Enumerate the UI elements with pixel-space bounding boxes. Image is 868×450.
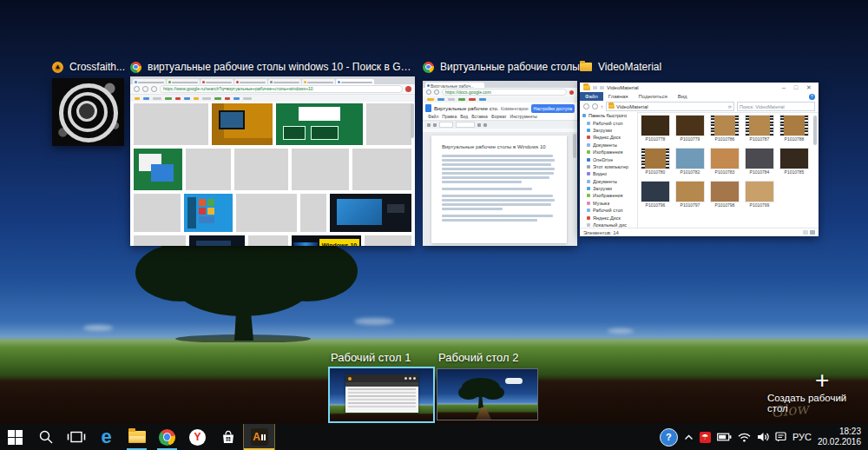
file-item: P1010787 bbox=[745, 116, 774, 142]
nav-pane-item: Этот компьютер bbox=[580, 163, 637, 170]
help-tray-icon[interactable]: ? bbox=[660, 428, 678, 447]
task-view-button[interactable] bbox=[61, 424, 91, 450]
address-bar: https://docs.google.com bbox=[442, 89, 567, 96]
file-item: P1010785 bbox=[779, 149, 809, 175]
chrome-icon bbox=[130, 62, 141, 73]
windows-logo-icon bbox=[8, 430, 23, 445]
file-item: P1010783 bbox=[710, 149, 740, 175]
file-item: P1010786 bbox=[710, 116, 740, 142]
search-button[interactable] bbox=[30, 424, 61, 450]
task-thumbnail-title-google: виртуальные рабочие столы windows 10 - П… bbox=[130, 61, 417, 73]
file-explorer-button[interactable] bbox=[122, 424, 152, 450]
address-bar: https://www.google.ru/search?q=виртуальн… bbox=[160, 85, 403, 93]
task-thumbnail-title-explorer: VideoMaterial bbox=[580, 61, 661, 73]
aimp-button[interactable]: A bbox=[243, 424, 275, 450]
ribbon-tab-file: Файл bbox=[580, 92, 603, 101]
album-art-ring bbox=[76, 101, 97, 122]
new-desktop-button[interactable]: Создать рабочий стол bbox=[767, 393, 868, 414]
task-view-icon bbox=[67, 430, 86, 444]
task-thumbnail-google[interactable]: https://www.google.ru/search?q=виртуальн… bbox=[130, 76, 415, 246]
nav-pane-item: Документы bbox=[580, 178, 637, 185]
explorer-nav-pane: Панель быстрого Рабочий стол Загрузки Ян… bbox=[580, 112, 638, 228]
nav-pane-item: Загрузки bbox=[580, 127, 637, 134]
volume-icon[interactable] bbox=[757, 432, 769, 442]
chrome-icon bbox=[423, 62, 434, 73]
task-thumbnail-title-docs: Виртуальные рабочие столы... bbox=[423, 61, 589, 73]
clock[interactable]: 18:23 20.02.2016 bbox=[818, 427, 861, 447]
task-thumbnail-explorer[interactable]: VideoMaterial – □ ✕ Файл Главная Поделит… bbox=[580, 83, 819, 236]
task-thumbnail-title-aimp: ▲ Crossfaith... bbox=[52, 61, 125, 73]
new-desktop-plus-icon[interactable]: + bbox=[815, 368, 829, 393]
window-title: Crossfaith... bbox=[69, 61, 125, 73]
aimp-icon: A bbox=[251, 428, 268, 446]
explorer-file-grid: P1010778 P1010779 P1010786 P1010787 P101… bbox=[641, 116, 814, 228]
file-item: P1010797 bbox=[675, 182, 705, 208]
google-images-results: Windows 10 bbox=[130, 102, 415, 246]
profile-icon bbox=[405, 86, 411, 92]
mini-cloud bbox=[505, 378, 523, 384]
explorer-addressbar: ↑ VideoMaterial ⟳ Поиск: VideoMaterial bbox=[580, 101, 819, 113]
nav-pane-item: Изображения bbox=[580, 149, 637, 156]
file-explorer-icon bbox=[128, 431, 146, 443]
folder-icon bbox=[583, 85, 590, 90]
yandex-icon: Y bbox=[189, 429, 206, 446]
language-indicator[interactable]: РУС bbox=[792, 432, 812, 442]
start-button[interactable] bbox=[0, 424, 30, 450]
nav-pane-item: OneDrive bbox=[580, 156, 637, 162]
explorer-statusbar: Элементов: 14 bbox=[580, 228, 819, 236]
doc-heading: Виртуальные рабочие столы в Windows 10 bbox=[442, 144, 556, 149]
file-item: P1010799 bbox=[745, 182, 774, 208]
nav-pane-item: Рабочий стол bbox=[580, 207, 637, 214]
share-button: Настройки доступа bbox=[531, 104, 575, 113]
store-icon bbox=[220, 429, 236, 445]
nav-pane-item: Музыка bbox=[580, 200, 637, 207]
action-center-icon[interactable] bbox=[775, 432, 786, 442]
wifi-icon[interactable] bbox=[738, 433, 751, 442]
show-hidden-icons-chevron[interactable] bbox=[684, 433, 694, 441]
explorer-search-input: Поиск: VideoMaterial bbox=[740, 104, 785, 109]
clock-date: 20.02.2016 bbox=[818, 437, 861, 447]
desktop1-aimp-window bbox=[345, 374, 418, 413]
docs-page-area: Виртуальные рабочие столы в Windows 10 bbox=[423, 132, 577, 246]
file-item: P1010782 bbox=[675, 149, 705, 175]
yandex-button[interactable]: Y bbox=[182, 424, 213, 450]
file-item: P1010784 bbox=[745, 149, 774, 175]
chrome-button[interactable] bbox=[152, 424, 182, 450]
desktop2-label: Рабочий стол 2 bbox=[438, 351, 518, 364]
comments-button: Комментарии bbox=[501, 106, 529, 111]
edge-icon: e bbox=[101, 428, 111, 446]
nav-pane-item: Яндекс.Диск bbox=[580, 134, 637, 141]
docs-header: Виртуальные рабочие сто... Комментарии Н… bbox=[423, 103, 577, 114]
explorer-titlebar: VideoMaterial – □ ✕ bbox=[580, 83, 819, 92]
aimp-icon: ▲ bbox=[52, 62, 63, 73]
explorer-title: VideoMaterial bbox=[607, 85, 639, 90]
mini-tree bbox=[457, 376, 505, 409]
doc-title: Виртуальные рабочие сто... bbox=[434, 106, 498, 111]
ribbon-tab-view: Вид bbox=[673, 94, 693, 99]
nav-pane-item: Панель быстрого bbox=[580, 112, 637, 119]
docs-doc-icon bbox=[425, 104, 431, 112]
task-thumbnail-aimp[interactable] bbox=[52, 78, 124, 146]
task-thumbnail-docs[interactable]: Виртуальные рабоч... https://docs.google… bbox=[423, 81, 577, 246]
search-icon bbox=[38, 429, 54, 445]
file-item: P1010796 bbox=[641, 182, 670, 208]
window-controls: – □ ✕ bbox=[782, 84, 815, 91]
desktop1-thumbnail[interactable] bbox=[328, 367, 435, 423]
ribbon-help-icon: ? bbox=[809, 94, 815, 100]
window-title: виртуальные рабочие столы windows 10 - П… bbox=[148, 61, 417, 73]
browser-toolbar: https://www.google.ru/search?q=виртуальн… bbox=[130, 84, 415, 95]
desktop2-thumbnail[interactable] bbox=[437, 368, 538, 420]
battery-icon[interactable] bbox=[717, 433, 732, 441]
store-button[interactable] bbox=[213, 424, 243, 450]
nav-pane-item: Документы bbox=[580, 142, 637, 149]
nav-pane-item: Загрузки bbox=[580, 185, 637, 192]
docs-menubar: ФайлПравкаВид ВставкаФорматИнструменты bbox=[423, 114, 577, 120]
edge-button[interactable]: e bbox=[91, 424, 122, 450]
avira-tray-icon[interactable]: ☂ bbox=[700, 432, 711, 443]
windows10-banner-tile: Windows 10 bbox=[292, 235, 361, 246]
file-item: P1010798 bbox=[710, 182, 740, 208]
ribbon-tab-home: Главная bbox=[603, 94, 634, 99]
file-item: P1010779 bbox=[675, 116, 705, 142]
cloud bbox=[608, 328, 634, 334]
cloud bbox=[83, 325, 113, 331]
